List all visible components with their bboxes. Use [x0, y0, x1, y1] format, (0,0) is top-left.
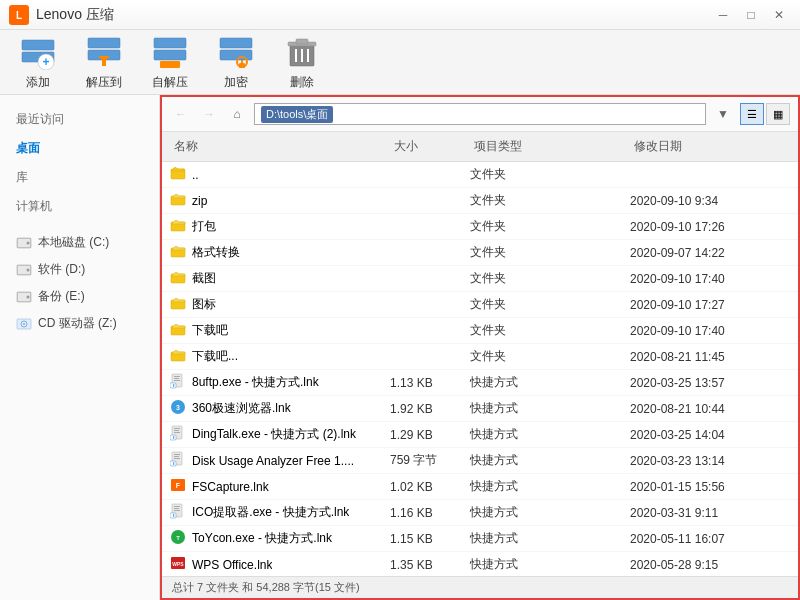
table-row[interactable]: T ToYcon.exe - 快捷方式.lnk 1.15 KB 快捷方式 202…	[162, 526, 798, 552]
sidebar-item-recent[interactable]: 最近访问	[0, 105, 159, 134]
file-date: 2020-09-10 17:27	[630, 298, 790, 312]
home-button[interactable]: ⌂	[226, 103, 248, 125]
file-date: 2020-03-31 9:11	[630, 506, 790, 520]
address-bar: ← → ⌂ D:\tools\桌面 ▼ ☰ ▦	[162, 97, 798, 132]
svg-marker-45	[171, 272, 185, 276]
toolbar-add[interactable]: + 添加	[20, 34, 56, 91]
grid-view-button[interactable]: ▦	[766, 103, 790, 125]
svg-point-29	[27, 268, 30, 271]
table-row[interactable]: 截图 文件夹 2020-09-10 17:40	[162, 266, 798, 292]
file-name: WPS Office.lnk	[192, 558, 272, 572]
svg-text:T: T	[176, 535, 180, 541]
file-list: .. 文件夹 zip 文件夹 2020-09-10 9:34 打包 文件夹 20…	[162, 162, 798, 576]
file-type: 文件夹	[470, 218, 630, 235]
table-row[interactable]: ⬆ Disk Usage Analyzer Free 1.... 759 字节 …	[162, 448, 798, 474]
table-row[interactable]: zip 文件夹 2020-09-10 9:34	[162, 188, 798, 214]
table-row[interactable]: WPS WPS Office.lnk 1.35 KB 快捷方式 2020-05-…	[162, 552, 798, 576]
file-date: 2020-08-21 11:45	[630, 350, 790, 364]
sidebar-item-desktop[interactable]: 桌面	[0, 134, 159, 163]
table-row[interactable]: 3 360极速浏览器.lnk 1.92 KB 快捷方式 2020-08-21 1…	[162, 396, 798, 422]
file-type: 文件夹	[470, 296, 630, 313]
toolbar-extract-label: 解压到	[86, 74, 122, 91]
svg-rect-62	[174, 430, 179, 431]
svg-text:F: F	[176, 482, 181, 489]
toolbar-delete[interactable]: 删除	[284, 34, 320, 91]
col-date[interactable]: 修改日期	[630, 136, 790, 157]
svg-rect-2	[22, 40, 54, 50]
file-name: ICO提取器.exe - 快捷方式.lnk	[192, 504, 349, 521]
toolbar-extract[interactable]: 解压到	[86, 34, 122, 91]
table-row[interactable]: 下载吧... 文件夹 2020-08-21 11:45	[162, 344, 798, 370]
table-row[interactable]: 打包 文件夹 2020-09-10 17:26	[162, 214, 798, 240]
file-date: 2020-05-28 9:15	[630, 558, 790, 572]
toolbar-encrypt[interactable]: 加密	[218, 34, 254, 91]
file-name-cell: zip	[170, 191, 390, 210]
col-type[interactable]: 项目类型	[470, 136, 630, 157]
svg-marker-39	[171, 194, 185, 198]
file-name: 下载吧	[192, 322, 228, 339]
table-row[interactable]: 格式转换 文件夹 2020-09-07 14:22	[162, 240, 798, 266]
file-type: 快捷方式	[470, 556, 630, 573]
table-row[interactable]: ⬆ 8uftp.exe - 快捷方式.lnk 1.13 KB 快捷方式 2020…	[162, 370, 798, 396]
svg-text:L: L	[16, 10, 22, 21]
col-name[interactable]: 名称	[170, 136, 390, 157]
view-buttons: ☰ ▦	[740, 103, 790, 125]
file-type: 文件夹	[470, 348, 630, 365]
forward-button[interactable]: →	[198, 103, 220, 125]
list-view-button[interactable]: ☰	[740, 103, 764, 125]
svg-rect-68	[174, 456, 179, 457]
file-name: ToYcon.exe - 快捷方式.lnk	[192, 530, 332, 547]
content-area: ← → ⌂ D:\tools\桌面 ▼ ☰ ▦ 名称 大小 项目类型 修改日期 …	[160, 95, 800, 600]
svg-rect-55	[174, 380, 180, 381]
maximize-button[interactable]: □	[738, 5, 764, 25]
sidebar-item-computer[interactable]: 计算机	[0, 192, 159, 221]
table-row[interactable]: 图标 文件夹 2020-09-10 17:27	[162, 292, 798, 318]
file-date: 2020-08-21 10:44	[630, 402, 790, 416]
table-row[interactable]: 下载吧 文件夹 2020-09-10 17:40	[162, 318, 798, 344]
folder-icon	[170, 347, 186, 366]
file-name: 打包	[192, 218, 216, 235]
toolbar: + 添加 解压到 自解压 加密	[0, 30, 800, 95]
delete-icon	[284, 34, 320, 70]
file-size: 1.29 KB	[390, 428, 470, 442]
back-button[interactable]: ←	[170, 103, 192, 125]
sidebar-item-library[interactable]: 库	[0, 163, 159, 192]
table-row[interactable]: .. 文件夹	[162, 162, 798, 188]
table-row[interactable]: ⬆ DingTalk.exe - 快捷方式 (2).lnk 1.29 KB 快捷…	[162, 422, 798, 448]
dropdown-button[interactable]: ▼	[712, 103, 734, 125]
selfextract-icon	[152, 34, 188, 70]
file-name: ..	[192, 168, 199, 182]
folder-icon	[170, 269, 186, 288]
file-name-cell: ⬆ 8uftp.exe - 快捷方式.lnk	[170, 373, 390, 392]
close-button[interactable]: ✕	[766, 5, 792, 25]
svg-marker-49	[171, 324, 185, 328]
file-type: 文件夹	[470, 166, 630, 183]
file-type: 文件夹	[470, 322, 630, 339]
file-date: 2020-05-11 16:07	[630, 532, 790, 546]
sidebar-drive-d[interactable]: 软件 (D:)	[0, 256, 159, 283]
address-input[interactable]: D:\tools\桌面	[254, 103, 706, 125]
file-size: 1.92 KB	[390, 402, 470, 416]
file-name-cell: F FSCapture.lnk	[170, 477, 390, 496]
file-name-cell: WPS WPS Office.lnk	[170, 555, 390, 574]
file-name: 下载吧...	[192, 348, 238, 365]
svg-rect-76	[174, 508, 179, 509]
minimize-button[interactable]: ─	[710, 5, 736, 25]
svg-rect-9	[102, 60, 106, 66]
shortcut-toy-icon: T	[170, 529, 186, 548]
file-type: 快捷方式	[470, 400, 630, 417]
table-row[interactable]: F FSCapture.lnk 1.02 KB 快捷方式 2020-01-15 …	[162, 474, 798, 500]
sidebar-drive-z[interactable]: CD 驱动器 (Z:)	[0, 310, 159, 337]
table-row[interactable]: ⬆ ICO提取器.exe - 快捷方式.lnk 1.16 KB 快捷方式 202…	[162, 500, 798, 526]
file-type: 快捷方式	[470, 374, 630, 391]
extract-icon	[86, 34, 122, 70]
svg-text:⬆: ⬆	[172, 383, 175, 388]
file-name-cell: 下载吧...	[170, 347, 390, 366]
sidebar-drive-e[interactable]: 备份 (E:)	[0, 283, 159, 310]
shortcut-icon: ⬆	[170, 373, 186, 392]
col-size[interactable]: 大小	[390, 136, 470, 157]
toolbar-selfextract[interactable]: 自解压	[152, 34, 188, 91]
svg-rect-17	[241, 60, 243, 64]
file-name-cell: 截图	[170, 269, 390, 288]
sidebar-drive-c[interactable]: 本地磁盘 (C:)	[0, 229, 159, 256]
